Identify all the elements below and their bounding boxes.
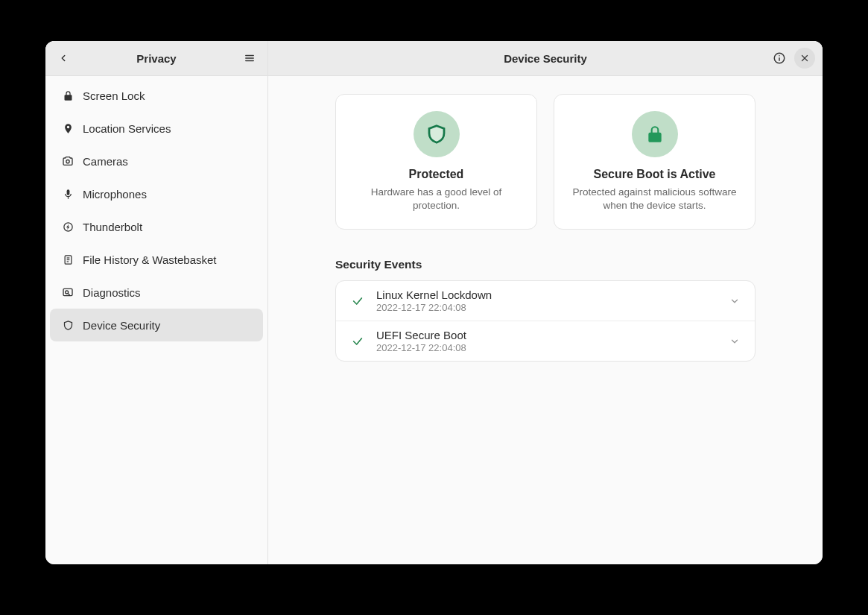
lock-badge [632, 111, 678, 157]
sidebar-title: Privacy [75, 52, 238, 65]
main-pane: Device Security Protected Hardware has a… [268, 41, 823, 564]
sidebar-item-cameras[interactable]: Cameras [50, 145, 263, 177]
sidebar-header: Privacy [45, 41, 267, 76]
main-header: Device Security [268, 41, 823, 76]
settings-window: Privacy Screen Lock Location Services [45, 41, 823, 564]
card-desc: Hardware has a good level of protection. [349, 186, 523, 212]
sidebar-item-label: Cameras [83, 155, 128, 168]
event-timestamp: 2022-12-17 22:04:08 [376, 342, 728, 353]
hamburger-icon [244, 53, 256, 63]
event-title: Linux Kernel Lockdown [376, 288, 728, 301]
file-icon [60, 254, 75, 265]
sidebar: Privacy Screen Lock Location Services [45, 41, 268, 564]
lock-icon [645, 124, 665, 144]
svg-point-11 [66, 291, 69, 294]
shield-icon [425, 123, 448, 145]
svg-line-12 [68, 294, 69, 295]
chevron-down-icon [728, 296, 741, 306]
card-desc: Protected against malicious software whe… [568, 186, 741, 212]
main-body: Protected Hardware has a good level of p… [268, 76, 823, 564]
sidebar-item-file-history[interactable]: File History & Wastebasket [50, 243, 263, 276]
sidebar-item-thunderbolt[interactable]: Thunderbolt [50, 210, 263, 243]
security-events-heading: Security Events [335, 258, 755, 271]
close-icon [800, 54, 809, 63]
card-secure-boot: Secure Boot is Active Protected against … [554, 94, 755, 230]
sidebar-list: Screen Lock Location Services Cameras Mi… [45, 76, 267, 564]
event-row-uefi-secure-boot[interactable]: UEFI Secure Boot 2022-12-17 22:04:08 [336, 321, 755, 361]
info-button[interactable] [769, 48, 790, 69]
sidebar-item-label: Location Services [83, 122, 171, 135]
sidebar-item-diagnostics[interactable]: Diagnostics [50, 276, 263, 309]
microphone-icon [60, 189, 75, 200]
security-events-list: Linux Kernel Lockdown 2022-12-17 22:04:0… [335, 280, 755, 362]
svg-point-3 [66, 160, 69, 163]
sidebar-item-screen-lock[interactable]: Screen Lock [50, 79, 263, 112]
thunderbolt-icon [60, 221, 75, 233]
status-cards: Protected Hardware has a good level of p… [335, 94, 755, 230]
event-timestamp: 2022-12-17 22:04:08 [376, 302, 728, 313]
shield-badge [414, 111, 460, 157]
location-icon [60, 123, 75, 134]
diagnostics-icon [60, 286, 75, 298]
event-title: UEFI Secure Boot [376, 329, 728, 341]
sidebar-item-label: Microphones [83, 188, 147, 201]
sidebar-item-microphones[interactable]: Microphones [50, 177, 263, 210]
sidebar-item-label: Screen Lock [83, 89, 145, 102]
svg-point-15 [779, 55, 780, 57]
lock-icon [60, 90, 75, 101]
sidebar-item-label: File History & Wastebasket [83, 253, 217, 266]
sidebar-item-label: Diagnostics [83, 286, 141, 299]
sidebar-item-device-security[interactable]: Device Security [50, 309, 263, 341]
event-row-kernel-lockdown[interactable]: Linux Kernel Lockdown 2022-12-17 22:04:0… [336, 281, 755, 321]
camera-icon [60, 155, 75, 167]
card-title: Secure Boot is Active [568, 168, 741, 181]
back-button[interactable] [51, 46, 75, 70]
sidebar-item-location-services[interactable]: Location Services [50, 112, 263, 145]
page-title: Device Security [326, 52, 764, 65]
svg-rect-4 [67, 197, 68, 199]
info-icon [773, 51, 786, 65]
event-text: UEFI Secure Boot 2022-12-17 22:04:08 [376, 329, 728, 353]
event-text: Linux Kernel Lockdown 2022-12-17 22:04:0… [376, 288, 728, 313]
shield-icon [60, 320, 75, 331]
sidebar-item-label: Thunderbolt [83, 221, 142, 233]
card-protected: Protected Hardware has a good level of p… [335, 94, 537, 230]
check-icon [349, 335, 366, 347]
card-title: Protected [349, 168, 523, 181]
check-icon [349, 295, 366, 307]
chevron-left-icon [58, 53, 69, 63]
chevron-down-icon [728, 336, 741, 347]
sidebar-item-label: Device Security [83, 319, 160, 332]
menu-button[interactable] [238, 46, 262, 70]
close-button[interactable] [794, 48, 815, 69]
